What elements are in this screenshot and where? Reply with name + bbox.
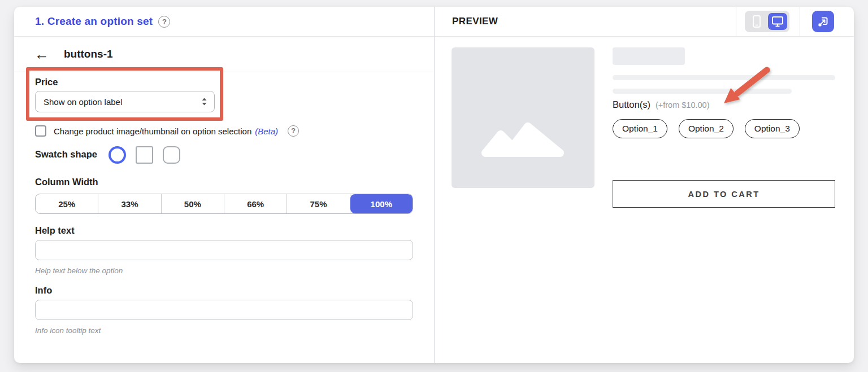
image-swap-row: Change product image/thumbnail on option… [35,123,299,139]
price-select[interactable]: Show on option label [35,91,215,112]
column-width-option-66[interactable]: 66% [224,194,287,213]
open-preview-window-button[interactable] [812,11,834,32]
add-to-cart-button[interactable]: ADD TO CART [613,180,835,208]
preview-option-label-row: Button(s) (+from $10.00) [613,99,709,110]
info-input[interactable] [35,300,413,320]
expand-icon [817,16,829,28]
swatch-shape-rounded[interactable] [163,146,180,164]
image-swap-checkbox[interactable] [35,125,46,137]
swatch-shape-square[interactable] [136,146,153,164]
column-width-segmented-control: 25% 33% 50% 66% 75% 100% [35,194,413,214]
product-image-placeholder [452,47,594,188]
preview-option-name: Button(s) [613,99,650,110]
image-swap-label: Change product image/thumbnail on option… [54,126,278,136]
preview-header-separator [800,7,800,36]
page-title: 1. Create an option set [35,15,153,28]
column-width-option-100-selected[interactable]: 100% [350,194,413,213]
price-label: Price [35,77,58,87]
price-select-value: Show on option label [44,97,201,107]
column-width-option-50[interactable]: 50% [162,194,224,213]
option-set-name: buttons-1 [64,48,113,60]
option-set-editor-card: 1. Create an option set ? ← buttons-1 Pr… [14,7,854,363]
option-pill-2[interactable]: Option_2 [679,119,734,138]
desktop-preview-button[interactable] [768,13,788,30]
back-arrow-icon[interactable]: ← [34,47,49,62]
phone-icon [753,15,761,28]
column-width-label: Column Width [35,177,98,187]
option-set-name-row: ← buttons-1 [34,36,113,72]
preview-header-separator [736,7,736,36]
step-header: 1. Create an option set ? [35,7,170,36]
column-width-option-33[interactable]: 33% [98,194,161,213]
name-row-divider [14,72,434,72]
help-icon[interactable]: ? [158,16,170,28]
mobile-preview-button[interactable] [747,13,767,30]
device-preview-toggle [745,11,789,32]
beta-tag: (Beta) [255,126,278,136]
option-pill-3[interactable]: Option_3 [745,119,800,138]
red-arrow-annotation [714,65,772,111]
text-line-placeholder [613,89,792,94]
preview-header-divider [435,36,854,37]
panel-divider [434,7,435,363]
preview-option-buttons: Option_1 Option_2 Option_3 [613,119,800,138]
swatch-shape-label: Swatch shape [35,149,97,160]
column-width-option-25[interactable]: 25% [36,194,98,213]
option-pill-1[interactable]: Option_1 [613,119,667,138]
preview-title: PREVIEW [452,7,498,36]
info-label: Info [35,285,52,296]
help-text-helper: Help text below the option [35,266,123,275]
column-width-option-75[interactable]: 75% [287,194,350,213]
monitor-icon [772,16,783,27]
help-text-input[interactable] [35,240,413,260]
preview-price-hint: (+from $10.00) [656,100,710,110]
text-line-placeholder [613,75,835,80]
help-text-label: Help text [35,225,75,236]
image-placeholder-icon [480,121,566,158]
product-title-placeholder [613,47,685,65]
select-caret-icon [201,97,207,106]
help-icon[interactable]: ? [288,125,299,137]
info-helper: Info icon tooltip text [35,326,101,335]
swatch-shape-circle-selected[interactable] [108,146,126,164]
image-swap-label-text: Change product image/thumbnail on option… [54,126,251,136]
